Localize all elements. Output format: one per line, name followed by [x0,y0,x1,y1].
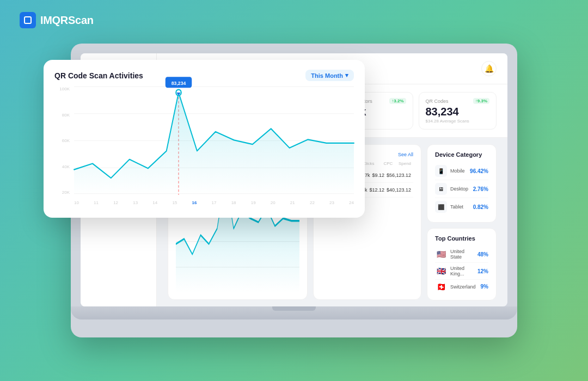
device-left-desktop: 🖥 Desktop [435,183,468,195]
tablet-icon: ⬛ [435,201,447,213]
x-label-23: 23 [329,200,334,205]
tiktok-spend: $56,123.12 [387,173,411,178]
stat-label-qr: QR Codes [426,99,449,104]
y-label-100k: 100K [59,87,70,91]
brand-logo-icon [20,12,36,28]
x-label-12: 12 [113,200,118,205]
device-row-desktop: 🖥 Desktop 2.76% [435,180,488,198]
flag-us: 🇺🇸 [435,250,447,259]
device-name-desktop: Desktop [450,186,468,192]
chart-area: 83,234 [74,87,354,195]
country-header: Top Countries [435,235,488,242]
x-label-14: 14 [152,200,157,205]
x-labels: 10 11 12 13 14 15 16 17 18 19 20 21 22 2… [74,197,354,208]
country-row-us: 🇺🇸 United State 48% [435,246,488,263]
chevron-icon: ▾ [345,72,348,79]
device-left-mobile: 📱 Mobile [435,165,465,177]
desktop-icon: 🖥 [435,183,447,195]
country-pct-uk: 12% [477,268,488,274]
x-label-11: 11 [94,200,99,205]
stat-card-qr: QR Codes ↑9.3% 83,234 $34.28 Average Sca… [419,92,497,130]
svg-text:83,234: 83,234 [171,80,186,86]
x-label-15: 15 [172,200,177,205]
device-name-mobile: Mobile [450,168,465,174]
y-label-80k: 80K [62,113,70,118]
flag-ch: 🇨🇭 [435,282,447,291]
facebook-cpc: $12.12 [369,187,384,193]
facebook-spend: $40,123.12 [387,187,411,193]
device-pct-tablet: 0.82% [473,204,488,210]
fc-title: QR Code Scan Activities [54,71,143,80]
tiktok-cpc: $9.12 [372,173,384,178]
device-left-tablet: ⬛ Tablet [435,201,463,213]
col-spend: Spend [395,161,411,166]
brand-name: IMQRScan [40,14,94,27]
country-name-uk: United King... [450,266,474,276]
stat-badge-qr: ↑9.3% [473,98,489,104]
laptop-base [71,306,517,319]
see-all-button[interactable]: See All [398,152,413,157]
fc-month-label: This Month [311,72,343,79]
country-pct-us: 48% [477,251,488,257]
fc-header: QR Code Scan Activities This Month ▾ [54,70,354,81]
x-label-16: 16 [192,200,197,205]
flag-uk: 🇬🇧 [435,267,447,275]
right-panel: Device Category 📱 Mobile 96.42% 🖥 [427,144,497,300]
x-label-20: 20 [271,200,275,205]
fc-month-selector[interactable]: This Month ▾ [305,70,354,81]
floating-chart-card: QR Code Scan Activities This Month ▾ 100… [44,60,365,218]
device-row-mobile: 📱 Mobile 96.42% [435,162,488,180]
big-chart: 100K 80K 60K 40K 20K [54,87,354,208]
country-row-ch: 🇨🇭 Switzerland 9% [435,280,488,293]
mobile-icon: 📱 [435,165,447,177]
y-label-40k: 40K [62,164,70,169]
bell-button[interactable]: 🔔 [481,61,497,76]
laptop-notch [272,306,316,311]
country-row-uk: 🇬🇧 United King... 12% [435,263,488,280]
device-header: Device Category [435,151,488,158]
country-panel: Top Countries 🇺🇸 United State 48% 🇬🇧 Uni… [427,228,497,300]
country-name-ch: Switzerland [450,284,477,290]
y-labels: 100K 80K 60K 40K 20K [54,87,72,195]
brand-logo-inner [24,16,32,24]
x-label-17: 17 [212,200,217,205]
brand-header: IMQRScan [20,12,94,28]
country-name-us: United State [450,249,474,260]
x-label-24: 24 [349,200,354,205]
y-label-20k: 20K [62,190,70,195]
device-row-tablet: ⬛ Tablet 0.82% [435,198,488,216]
stat-badge-visitors: ↑3.2% [389,98,406,104]
country-pct-ch: 9% [481,284,488,290]
device-name-tablet: Tablet [450,204,463,210]
y-label-60k: 60K [62,138,70,143]
x-label-21: 21 [290,200,295,205]
country-title: Top Countries [435,235,475,242]
x-label-18: 18 [231,200,236,205]
x-label-19: 19 [251,200,256,205]
device-pct-mobile: 96.42% [470,168,488,174]
device-panel: Device Category 📱 Mobile 96.42% 🖥 [427,144,497,223]
stat-sub-qr: $34.28 Average Scans [426,119,490,124]
stat-value-qr: 83,234 [426,106,490,117]
device-title: Device Category [435,151,482,158]
x-label-22: 22 [310,200,315,205]
col-cpc: CPC [377,161,393,166]
device-pct-desktop: 2.76% [473,186,488,192]
x-label-10: 10 [74,200,79,205]
x-label-13: 13 [133,200,138,205]
